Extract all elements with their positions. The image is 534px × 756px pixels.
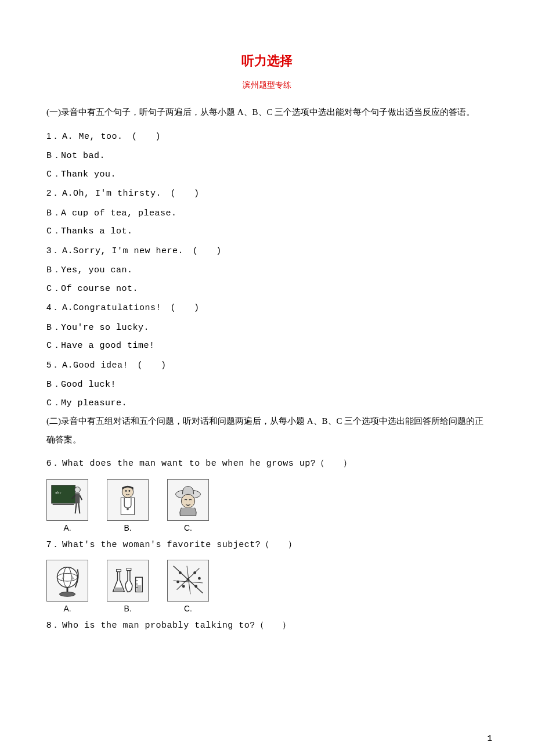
q4-number: 4． [46, 302, 60, 312]
q8-text: Who is the man probably talking to?（ ） [62, 621, 291, 631]
q6-label-c: C. [184, 523, 192, 532]
q4-option-a: A.Congratulations! ( ) [62, 303, 200, 313]
q7-text: What's the woman's favorite subject?（ ） [62, 540, 297, 550]
svg-point-20 [59, 592, 75, 596]
question-1-a: 1． A. Me, too. ( ) [46, 127, 488, 146]
svg-line-7 [75, 503, 77, 513]
svg-rect-21 [117, 570, 121, 572]
question-7: 7． What's the woman's favorite subject?（… [46, 535, 488, 555]
svg-rect-24 [137, 585, 142, 592]
svg-point-12 [125, 489, 127, 491]
section2-intro: (二)录音中有五组对话和五个问题，听对话和问题两遍后，从每小题 A、B、C 三个… [46, 412, 488, 449]
page-subtitle: 滨州题型专练 [46, 80, 488, 91]
q6-image-row: ab c A. B. [46, 479, 488, 532]
question-6: 6． What does the man want to be when he … [46, 453, 488, 473]
q7-label-b: B. [124, 604, 131, 613]
q7-image-row: A. B. [46, 560, 488, 613]
q7-option-b-box: B. [107, 560, 149, 613]
svg-rect-10 [121, 498, 134, 514]
q3-number: 3． [46, 245, 60, 255]
svg-text:ab c: ab c [56, 491, 62, 494]
svg-line-6 [80, 495, 82, 500]
q2-number: 2． [46, 188, 60, 197]
q3-option-b: B．Yes, you can. [46, 261, 488, 280]
q2-option-b: B．A cup of tea, please. [46, 204, 488, 223]
page-number: 1 [488, 734, 492, 743]
q1-option-a: A. Me, too. ( ) [62, 132, 161, 142]
q6-option-a-box: ab c A. [46, 479, 88, 532]
svg-point-32 [179, 571, 182, 574]
svg-point-35 [182, 585, 185, 588]
svg-point-36 [194, 585, 197, 588]
q4-option-c: C．Have a good time! [46, 337, 488, 355]
q7-label-a: A. [63, 604, 71, 613]
q5-option-a: A.Good idea! ( ) [62, 361, 167, 370]
q7-label-c: C. [184, 604, 192, 613]
q1-number: 1． [46, 131, 60, 141]
globe-icon [46, 560, 88, 602]
q5-option-b: B．Good luck! [46, 376, 488, 394]
q7-number: 7． [46, 539, 60, 549]
q6-text: What does the man want to be when he gro… [62, 459, 352, 469]
svg-rect-22 [127, 568, 131, 571]
svg-point-3 [75, 487, 81, 492]
svg-point-13 [128, 489, 130, 491]
q5-number: 5． [46, 359, 60, 369]
page-title: 听力选择 [46, 52, 488, 70]
q4-option-b: B．You're so lucky. [46, 319, 488, 337]
q2-option-a: A.Oh, I'm thirsty. ( ) [62, 189, 200, 199]
section1-intro: (一)录音中有五个句子，听句子两遍后，从每小题 A、B、C 三个选项中选出能对每… [46, 103, 488, 122]
q6-option-b-box: B. [107, 479, 149, 532]
svg-point-15 [181, 494, 194, 507]
farmer-hat-icon [167, 479, 209, 521]
q1-option-c: C．Thank you. [46, 165, 488, 184]
teacher-blackboard-icon: ab c [46, 479, 88, 521]
question-8: 8． Who is the man probably talking to?（ … [46, 615, 488, 635]
svg-point-16 [57, 567, 78, 588]
q6-number: 6． [46, 458, 60, 467]
q2-option-c: C．Thanks a lot. [46, 222, 488, 241]
q7-option-c-box: C. [167, 560, 209, 613]
svg-point-34 [193, 571, 196, 574]
q6-option-c-box: C. [167, 479, 209, 532]
question-5-a: 5． A.Good idea! ( ) [46, 355, 488, 375]
svg-line-8 [78, 503, 80, 513]
svg-point-11 [127, 507, 129, 510]
svg-point-37 [198, 577, 201, 580]
doctor-icon [107, 479, 149, 521]
q1-option-b: B．Not bad. [46, 147, 488, 165]
question-4-a: 4． A.Congratulations! ( ) [46, 298, 488, 318]
q5-option-c: C．My pleasure. [46, 394, 488, 413]
svg-point-33 [187, 578, 190, 581]
svg-rect-4 [75, 493, 80, 503]
question-2-a: 2． A.Oh, I'm thirsty. ( ) [46, 183, 488, 203]
q3-option-a: A.Sorry, I'm new here. ( ) [62, 246, 222, 256]
q8-number: 8． [46, 620, 60, 629]
q6-label-a: A. [63, 523, 71, 532]
q7-option-a-box: A. [46, 560, 88, 613]
question-3-a: 3． A.Sorry, I'm new here. ( ) [46, 241, 488, 261]
math-graph-icon [167, 560, 209, 602]
flasks-chemistry-icon [107, 560, 149, 602]
q6-label-b: B. [124, 523, 131, 532]
q3-option-c: C．Of course not. [46, 280, 488, 298]
svg-point-38 [176, 581, 179, 584]
